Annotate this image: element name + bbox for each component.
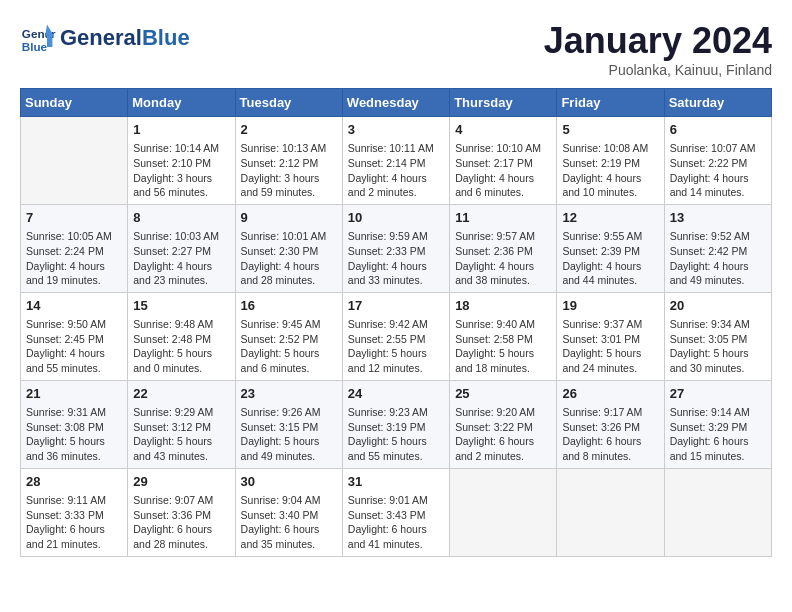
header: General Blue GeneralBlue January 2024 Pu… [20, 20, 772, 78]
calendar-cell: 28Sunrise: 9:11 AM Sunset: 3:33 PM Dayli… [21, 468, 128, 556]
weekday-header-row: SundayMondayTuesdayWednesdayThursdayFrid… [21, 89, 772, 117]
weekday-header-friday: Friday [557, 89, 664, 117]
day-number: 19 [562, 297, 658, 315]
day-info: Sunrise: 10:10 AM Sunset: 2:17 PM Daylig… [455, 141, 551, 200]
day-info: Sunrise: 9:17 AM Sunset: 3:26 PM Dayligh… [562, 405, 658, 464]
day-info: Sunrise: 9:29 AM Sunset: 3:12 PM Dayligh… [133, 405, 229, 464]
day-number: 20 [670, 297, 766, 315]
calendar-cell [557, 468, 664, 556]
svg-text:Blue: Blue [22, 40, 48, 53]
day-info: Sunrise: 10:05 AM Sunset: 2:24 PM Daylig… [26, 229, 122, 288]
day-number: 17 [348, 297, 444, 315]
day-info: Sunrise: 9:23 AM Sunset: 3:19 PM Dayligh… [348, 405, 444, 464]
calendar-cell: 18Sunrise: 9:40 AM Sunset: 2:58 PM Dayli… [450, 292, 557, 380]
calendar-cell: 27Sunrise: 9:14 AM Sunset: 3:29 PM Dayli… [664, 380, 771, 468]
day-info: Sunrise: 10:07 AM Sunset: 2:22 PM Daylig… [670, 141, 766, 200]
day-number: 1 [133, 121, 229, 139]
weekday-header-wednesday: Wednesday [342, 89, 449, 117]
calendar-cell: 17Sunrise: 9:42 AM Sunset: 2:55 PM Dayli… [342, 292, 449, 380]
day-info: Sunrise: 10:01 AM Sunset: 2:30 PM Daylig… [241, 229, 337, 288]
title-area: January 2024 Puolanka, Kainuu, Finland [544, 20, 772, 78]
day-number: 5 [562, 121, 658, 139]
calendar-cell: 9Sunrise: 10:01 AM Sunset: 2:30 PM Dayli… [235, 204, 342, 292]
day-info: Sunrise: 9:48 AM Sunset: 2:48 PM Dayligh… [133, 317, 229, 376]
calendar-cell [450, 468, 557, 556]
day-info: Sunrise: 9:45 AM Sunset: 2:52 PM Dayligh… [241, 317, 337, 376]
calendar-cell [21, 117, 128, 205]
day-info: Sunrise: 9:14 AM Sunset: 3:29 PM Dayligh… [670, 405, 766, 464]
day-number: 18 [455, 297, 551, 315]
calendar-cell: 6Sunrise: 10:07 AM Sunset: 2:22 PM Dayli… [664, 117, 771, 205]
day-number: 22 [133, 385, 229, 403]
day-number: 21 [26, 385, 122, 403]
day-info: Sunrise: 9:26 AM Sunset: 3:15 PM Dayligh… [241, 405, 337, 464]
day-number: 4 [455, 121, 551, 139]
calendar-cell [664, 468, 771, 556]
day-info: Sunrise: 9:01 AM Sunset: 3:43 PM Dayligh… [348, 493, 444, 552]
day-number: 9 [241, 209, 337, 227]
calendar-cell: 25Sunrise: 9:20 AM Sunset: 3:22 PM Dayli… [450, 380, 557, 468]
day-number: 13 [670, 209, 766, 227]
day-number: 10 [348, 209, 444, 227]
day-number: 16 [241, 297, 337, 315]
day-number: 7 [26, 209, 122, 227]
calendar-cell: 20Sunrise: 9:34 AM Sunset: 3:05 PM Dayli… [664, 292, 771, 380]
calendar-week-3: 14Sunrise: 9:50 AM Sunset: 2:45 PM Dayli… [21, 292, 772, 380]
calendar-cell: 14Sunrise: 9:50 AM Sunset: 2:45 PM Dayli… [21, 292, 128, 380]
calendar-table: SundayMondayTuesdayWednesdayThursdayFrid… [20, 88, 772, 557]
day-info: Sunrise: 9:07 AM Sunset: 3:36 PM Dayligh… [133, 493, 229, 552]
day-info: Sunrise: 9:34 AM Sunset: 3:05 PM Dayligh… [670, 317, 766, 376]
day-info: Sunrise: 9:40 AM Sunset: 2:58 PM Dayligh… [455, 317, 551, 376]
day-number: 30 [241, 473, 337, 491]
day-number: 2 [241, 121, 337, 139]
calendar-cell: 7Sunrise: 10:05 AM Sunset: 2:24 PM Dayli… [21, 204, 128, 292]
day-number: 3 [348, 121, 444, 139]
calendar-week-4: 21Sunrise: 9:31 AM Sunset: 3:08 PM Dayli… [21, 380, 772, 468]
day-info: Sunrise: 9:55 AM Sunset: 2:39 PM Dayligh… [562, 229, 658, 288]
day-info: Sunrise: 10:08 AM Sunset: 2:19 PM Daylig… [562, 141, 658, 200]
day-info: Sunrise: 10:14 AM Sunset: 2:10 PM Daylig… [133, 141, 229, 200]
day-info: Sunrise: 9:11 AM Sunset: 3:33 PM Dayligh… [26, 493, 122, 552]
day-info: Sunrise: 10:11 AM Sunset: 2:14 PM Daylig… [348, 141, 444, 200]
day-info: Sunrise: 9:52 AM Sunset: 2:42 PM Dayligh… [670, 229, 766, 288]
calendar-cell: 19Sunrise: 9:37 AM Sunset: 3:01 PM Dayli… [557, 292, 664, 380]
day-number: 25 [455, 385, 551, 403]
day-number: 28 [26, 473, 122, 491]
day-info: Sunrise: 9:31 AM Sunset: 3:08 PM Dayligh… [26, 405, 122, 464]
day-info: Sunrise: 10:03 AM Sunset: 2:27 PM Daylig… [133, 229, 229, 288]
day-info: Sunrise: 9:20 AM Sunset: 3:22 PM Dayligh… [455, 405, 551, 464]
day-number: 6 [670, 121, 766, 139]
logo-icon: General Blue [20, 20, 56, 56]
calendar-week-5: 28Sunrise: 9:11 AM Sunset: 3:33 PM Dayli… [21, 468, 772, 556]
calendar-cell: 13Sunrise: 9:52 AM Sunset: 2:42 PM Dayli… [664, 204, 771, 292]
calendar-cell: 21Sunrise: 9:31 AM Sunset: 3:08 PM Dayli… [21, 380, 128, 468]
weekday-header-saturday: Saturday [664, 89, 771, 117]
calendar-cell: 3Sunrise: 10:11 AM Sunset: 2:14 PM Dayli… [342, 117, 449, 205]
calendar-cell: 30Sunrise: 9:04 AM Sunset: 3:40 PM Dayli… [235, 468, 342, 556]
day-info: Sunrise: 9:42 AM Sunset: 2:55 PM Dayligh… [348, 317, 444, 376]
day-info: Sunrise: 9:59 AM Sunset: 2:33 PM Dayligh… [348, 229, 444, 288]
calendar-cell: 4Sunrise: 10:10 AM Sunset: 2:17 PM Dayli… [450, 117, 557, 205]
day-number: 11 [455, 209, 551, 227]
day-info: Sunrise: 9:57 AM Sunset: 2:36 PM Dayligh… [455, 229, 551, 288]
calendar-cell: 26Sunrise: 9:17 AM Sunset: 3:26 PM Dayli… [557, 380, 664, 468]
weekday-header-thursday: Thursday [450, 89, 557, 117]
day-info: Sunrise: 9:37 AM Sunset: 3:01 PM Dayligh… [562, 317, 658, 376]
day-number: 24 [348, 385, 444, 403]
calendar-cell: 16Sunrise: 9:45 AM Sunset: 2:52 PM Dayli… [235, 292, 342, 380]
location-subtitle: Puolanka, Kainuu, Finland [544, 62, 772, 78]
month-title: January 2024 [544, 20, 772, 62]
calendar-cell: 15Sunrise: 9:48 AM Sunset: 2:48 PM Dayli… [128, 292, 235, 380]
calendar-body: 1Sunrise: 10:14 AM Sunset: 2:10 PM Dayli… [21, 117, 772, 557]
day-number: 31 [348, 473, 444, 491]
calendar-cell: 12Sunrise: 9:55 AM Sunset: 2:39 PM Dayli… [557, 204, 664, 292]
day-number: 15 [133, 297, 229, 315]
calendar-cell: 5Sunrise: 10:08 AM Sunset: 2:19 PM Dayli… [557, 117, 664, 205]
day-number: 8 [133, 209, 229, 227]
logo-text: GeneralBlue [60, 26, 190, 50]
day-number: 26 [562, 385, 658, 403]
day-info: Sunrise: 10:13 AM Sunset: 2:12 PM Daylig… [241, 141, 337, 200]
day-info: Sunrise: 9:04 AM Sunset: 3:40 PM Dayligh… [241, 493, 337, 552]
weekday-header-tuesday: Tuesday [235, 89, 342, 117]
calendar-cell: 11Sunrise: 9:57 AM Sunset: 2:36 PM Dayli… [450, 204, 557, 292]
